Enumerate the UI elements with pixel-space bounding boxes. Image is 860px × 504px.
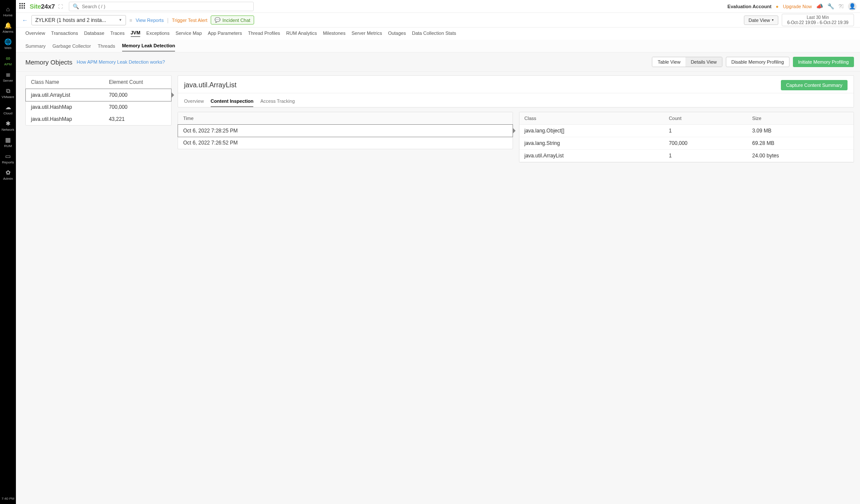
search-input[interactable] [82,4,250,9]
sidebar-item-label: Home [3,13,12,17]
toolbar: ← ZYLKER (1 hosts and 2 insta... ▼ ≡ Vie… [16,13,860,28]
table-row[interactable]: java.lang.Object[]13.09 MB [519,125,854,137]
tab-thread-profiles[interactable]: Thread Profiles [248,31,280,37]
list-icon: ≡ [129,18,132,23]
date-range-display[interactable]: Last 30 Min 6-Oct-22 19:09 - 6-Oct-22 19… [782,14,854,26]
view-reports-link[interactable]: View Reports [135,18,163,23]
sidebar-item-label: Web [4,46,11,50]
tab-milestones[interactable]: Milestones [323,31,346,37]
tab-outages[interactable]: Outages [388,31,406,37]
expand-icon[interactable]: ⛶ [58,4,63,9]
help-icon[interactable]: ?⃝ [838,3,844,9]
tab-jvm[interactable]: JVM [131,30,141,37]
sidebar-item-cloud[interactable]: ☁Cloud [0,101,16,118]
chat-icon: 💬 [215,17,221,23]
tab-database[interactable]: Database [84,31,104,37]
wrench-icon[interactable]: 🔧 [827,3,834,9]
trigger-alert-link[interactable]: Trigger Test Alert [172,18,208,23]
sidebar-time: 7:40 PM [2,493,15,504]
table-view-button[interactable]: Table View [652,57,685,67]
host-dropdown[interactable]: ZYLKER (1 hosts and 2 insta... ▼ [31,15,126,25]
sidebar-item-label: Network [2,128,14,132]
detail-tab-access-tracking[interactable]: Access Tracking [260,95,295,107]
sidebar-item-label: VMware [2,95,14,99]
time-table: Time Oct 6, 2022 7:28:25 PMOct 6, 2022 7… [178,112,513,149]
date-view-dropdown[interactable]: Date View ▾ [744,15,778,25]
incident-chat-button[interactable]: 💬 Incident Chat [211,15,254,25]
table-row[interactable]: Oct 6, 2022 7:26:52 PM [178,137,513,149]
announce-icon[interactable]: 📣 [816,3,823,9]
account-label: Evaluation Account [728,4,771,9]
table-row[interactable]: java.util.HashMap700,000 [26,101,171,113]
sidebar-item-alarms[interactable]: 🔔Alarms [0,20,16,36]
sidebar-item-label: Admin [3,177,13,181]
tab-overview[interactable]: Overview [25,31,45,37]
col-element-count: Element Count [104,76,171,89]
details-view-button[interactable]: Details View [685,57,722,67]
search-box[interactable]: 🔍 [69,2,254,11]
tab-app-parameters[interactable]: App Parameters [208,31,242,37]
sidebar-item-label: Reports [2,160,14,164]
tab-exceptions[interactable]: Exceptions [146,31,169,37]
web-icon: 🌐 [4,39,12,45]
table-row[interactable]: java.util.ArrayList700,000 [26,89,171,101]
content-area: Class Name Element Count java.util.Array… [16,72,860,504]
sidebar-item-web[interactable]: 🌐Web [0,36,16,52]
detail-tab-content-inspection[interactable]: Content Inspection [211,95,254,107]
tab-server-metrics[interactable]: Server Metrics [351,31,382,37]
server-icon: ≣ [6,71,11,77]
sidebar-item-network[interactable]: ✱Network [0,118,16,134]
sidebar-item-reports[interactable]: ▭Reports [0,151,16,167]
detail-header: java.util.ArrayList Capture Content Summ… [178,75,854,108]
user-avatar[interactable]: 👤 [848,2,857,11]
apm-icon: ∞ [6,55,10,61]
col-classname: Class Name [26,76,104,89]
tab-service-map[interactable]: Service Map [175,31,202,37]
help-link[interactable]: How APM Memory Leak Detection works? [77,59,165,65]
caret-down-icon: ▾ [772,18,774,22]
initiate-profiling-button[interactable]: Initiate Memory Profiling [793,57,854,67]
table-row[interactable]: java.util.ArrayList124.00 bytes [519,150,854,162]
sidebar-item-rum[interactable]: ▦RUM [0,134,16,151]
page-header: Memory Objects How APM Memory Leak Detec… [16,52,860,72]
col-count: Count [663,112,747,125]
warning-icon[interactable]: ● [776,4,779,9]
table-row[interactable]: java.util.HashMap43,221 [26,113,171,125]
sidebar-item-apm[interactable]: ∞APM [0,52,16,69]
upgrade-link[interactable]: Upgrade Now [783,4,812,9]
sidebar-item-label: APM [4,62,12,66]
table-row[interactable]: Oct 6, 2022 7:28:25 PM [178,125,513,137]
back-arrow-icon[interactable]: ← [22,17,28,24]
tab-data-collection-stats[interactable]: Data Collection Stats [412,31,456,37]
sidebar-item-admin[interactable]: ✿Admin [0,167,16,183]
subtab-threads[interactable]: Threads [98,41,115,51]
tab-transactions[interactable]: Transactions [51,31,78,37]
vmware-icon: ⧉ [6,88,10,94]
apps-grid-icon[interactable] [19,3,26,10]
tab-traces[interactable]: Traces [111,31,125,37]
topbar: Site24x7 ⛶ 🔍 Evaluation Account ● Upgrad… [16,0,860,13]
class-summary-table: Class Count Size java.lang.Object[]13.09… [519,112,854,163]
tab-rum-analytics[interactable]: RUM Analytics [286,31,317,37]
col-time: Time [178,112,513,125]
page-title: Memory Objects [25,58,72,66]
sidebar-item-home[interactable]: ⌂Home [0,3,16,20]
subtab-memory-leak-detection[interactable]: Memory Leak Detection [122,40,175,52]
caret-down-icon: ▼ [119,18,122,22]
secondary-tabs: SummaryGarbage CollectorThreadsMemory Le… [16,40,860,52]
table-row[interactable]: java.lang.String700,00069.28 MB [519,137,854,150]
logo: Site24x7 [30,3,55,10]
subtab-garbage-collector[interactable]: Garbage Collector [52,41,91,51]
col-size: Size [747,112,854,125]
detail-title: java.util.ArrayList [184,81,236,89]
sidebar-item-vmware[interactable]: ⧉VMware [0,85,16,101]
subtab-summary[interactable]: Summary [25,41,46,51]
cloud-icon: ☁ [5,104,11,110]
rum-icon: ▦ [5,137,11,143]
detail-tab-overview[interactable]: Overview [184,95,204,107]
disable-profiling-button[interactable]: Disable Memory Profiling [726,57,789,67]
sidebar-item-label: RUM [4,144,12,148]
sidebar-item-label: Alarms [3,30,13,34]
capture-content-button[interactable]: Capture Content Summary [781,80,848,90]
sidebar-item-server[interactable]: ≣Server [0,69,16,85]
